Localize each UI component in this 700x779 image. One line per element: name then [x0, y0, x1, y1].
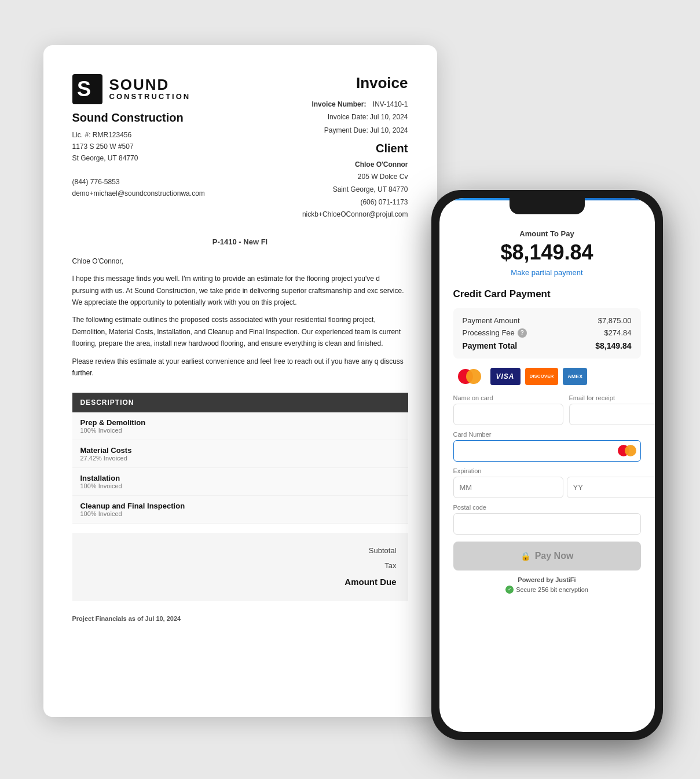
powered-by-brand: JustiFi: [555, 576, 576, 583]
amex-logo: AMEX: [563, 368, 587, 385]
item-name-1: Prep & Demolition: [80, 418, 400, 427]
invoice-date-label: Invoice Date:: [328, 113, 368, 121]
letter-greeting: Chloe O'Connor,: [72, 255, 408, 267]
company-phone: (844) 776-5853: [72, 176, 205, 188]
discover-logo: DISCOVER: [525, 368, 559, 385]
card-number-group: Card Number: [453, 431, 641, 462]
payment-due-label: Payment Due:: [324, 126, 368, 134]
postal-code-group: Postal code: [453, 504, 641, 535]
amount-section: Amount To Pay $8,149.84 Make partial pay…: [453, 229, 641, 277]
totals-section: Subtotal Tax Amount Due: [72, 533, 408, 601]
project-label: P-1410 - New Fl: [72, 237, 408, 246]
email-receipt-label: Email for receipt: [569, 394, 655, 401]
card-number-input[interactable]: [453, 440, 641, 462]
client-email: nickb+ChloeOConnor@projul.com: [302, 209, 408, 221]
secure-dot-icon: ✓: [505, 586, 514, 594]
powered-by-label: Powered by: [518, 576, 554, 583]
name-email-row: Name on card Email for receipt: [453, 394, 641, 425]
powered-by: Powered by JustiFi: [453, 576, 641, 583]
tax-label: Tax: [384, 558, 396, 573]
cc-section-title: Credit Card Payment: [453, 288, 641, 300]
item-name-4: Cleanup and Final Inspection: [80, 502, 400, 510]
company-name: Sound Construction: [72, 111, 205, 125]
fee-label: Processing Fee ?: [463, 328, 527, 338]
pay-now-label: Pay Now: [535, 551, 574, 561]
name-on-card-label: Name on card: [453, 394, 563, 401]
invoice-meta: Invoice Number: INV-1410-1 Invoice Date:…: [302, 98, 408, 137]
invoice-number-label: Invoice Number:: [311, 100, 366, 108]
item-name-3: Installation: [80, 474, 400, 482]
client-section: Client Chloe O'Connor 205 W Dolce Cv Sai…: [302, 142, 408, 221]
payment-amount-row: Payment Amount $7,875.00: [463, 316, 632, 325]
info-icon[interactable]: ?: [518, 328, 527, 338]
payment-amount-label: Payment Amount: [463, 316, 520, 325]
amount-due-row: Amount Due: [84, 573, 397, 591]
company-email: demo+michael@soundconstructionwa.com: [72, 188, 205, 199]
item-sub-4: 100% Invoiced: [80, 510, 400, 517]
name-on-card-group: Name on card: [453, 394, 563, 425]
invoice-date-row: Invoice Date: Jul 10, 2024: [302, 111, 408, 124]
subtotal-label: Subtotal: [369, 543, 397, 558]
logo-text: Sound Construction: [109, 77, 191, 101]
card-number-label: Card Number: [453, 431, 641, 438]
desc-header-row: DESCRIPTION: [72, 393, 408, 412]
amount-to-pay-label: Amount To Pay: [453, 229, 641, 238]
invoice-paper: S Sound Construction Sound Construction …: [43, 45, 437, 717]
company-address2: St George, UT 84770: [72, 152, 205, 164]
client-title: Client: [302, 142, 408, 155]
visa-logo: VISA: [490, 368, 521, 385]
invoice-header: S Sound Construction Sound Construction …: [72, 74, 408, 221]
letter-p2: The following estimate outlines the prop…: [72, 314, 408, 349]
amount-due-label: Amount Due: [344, 573, 396, 591]
payment-total-label: Payment Total: [463, 341, 518, 350]
phone-wrapper: Amount To Pay $8,149.84 Make partial pay…: [431, 190, 663, 740]
invoice-number-row: Invoice Number: INV-1410-1: [302, 98, 408, 111]
phone-screen: Amount To Pay $8,149.84 Make partial pay…: [439, 198, 655, 732]
line-item-1: Prep & Demolition 100% Invoiced: [72, 412, 408, 440]
yy-input[interactable]: [567, 477, 655, 498]
footer-note: Project Financials as of Jul 10, 2024: [72, 615, 408, 622]
partial-payment-link[interactable]: Make partial payment: [453, 268, 641, 277]
card-number-mc-icon: [618, 445, 636, 456]
secure-label: Secure 256 bit encryption: [516, 586, 588, 593]
payment-due-value: Jul 10, 2024: [370, 126, 408, 134]
expiration-label: Expiration: [453, 467, 655, 474]
item-sub-2: 27.42% Invoiced: [80, 455, 400, 462]
name-on-card-input[interactable]: [453, 404, 563, 425]
mastercard-logo: [453, 368, 486, 385]
company-logo-icon: S: [72, 74, 102, 104]
secure-badge: ✓ Secure 256 bit encryption: [453, 586, 641, 594]
pay-now-button[interactable]: 🔒 Pay Now: [453, 542, 641, 570]
postal-code-input[interactable]: [453, 513, 641, 535]
phone-shell: Amount To Pay $8,149.84 Make partial pay…: [431, 190, 663, 740]
invoice-date-value: Jul 10, 2024: [370, 113, 408, 121]
description-table: DESCRIPTION Prep & Demolition 100% Invoi…: [72, 393, 408, 524]
client-address2: Saint George, UT 84770: [302, 184, 408, 196]
tax-row: Tax: [84, 558, 397, 573]
logo-row: S Sound Construction: [72, 74, 205, 104]
invoice-title: Invoice: [302, 74, 408, 92]
mm-input[interactable]: [453, 477, 563, 498]
email-receipt-input[interactable]: [569, 404, 655, 425]
client-details: Chloe O'Connor 205 W Dolce Cv Saint Geor…: [302, 159, 408, 221]
company-details: Lic. #: RMR123456 1173 S 250 W #507 St G…: [72, 129, 205, 200]
email-receipt-group: Email for receipt: [569, 394, 655, 425]
payment-breakdown: Payment Amount $7,875.00 Processing Fee …: [453, 308, 641, 359]
logo-construction: Construction: [109, 92, 191, 101]
item-name-2: Material Costs: [80, 446, 400, 455]
company-address1: 1173 S 250 W #507: [72, 141, 205, 152]
amount-value: $8,149.84: [453, 240, 641, 265]
client-name: Chloe O'Connor: [302, 159, 408, 171]
description-header: DESCRIPTION: [72, 393, 408, 412]
item-sub-3: 100% Invoiced: [80, 482, 400, 489]
card-number-wrapper: [453, 440, 641, 462]
payment-amount-value: $7,875.00: [598, 316, 632, 325]
processing-fee-row: Processing Fee ? $274.84: [463, 328, 632, 338]
exp-cvv-row: Expiration CVV: [453, 467, 641, 498]
invoice-right: Invoice Invoice Number: INV-1410-1 Invoi…: [302, 74, 408, 221]
svg-text:S: S: [77, 77, 91, 101]
postal-code-label: Postal code: [453, 504, 641, 511]
phone-content: Amount To Pay $8,149.84 Make partial pay…: [439, 200, 655, 732]
letter-p1: I hope this message finds you well. I'm …: [72, 273, 408, 308]
line-item-3: Installation 100% Invoiced: [72, 468, 408, 496]
